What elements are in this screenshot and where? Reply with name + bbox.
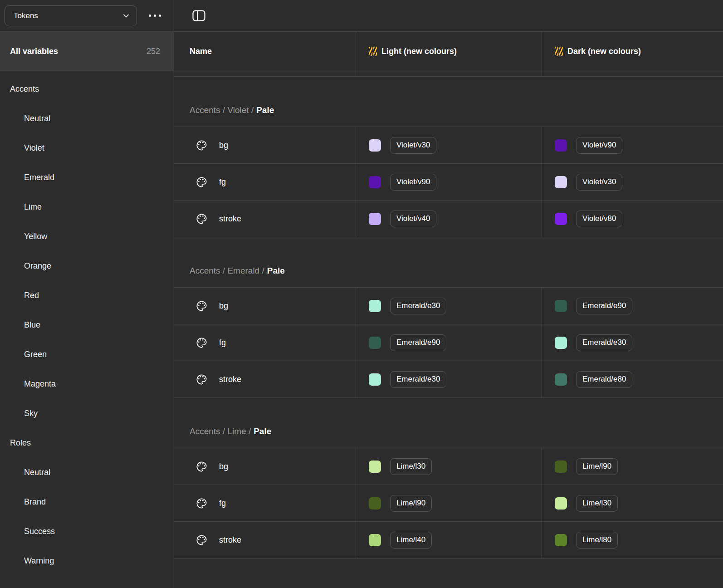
- color-swatch[interactable]: [369, 300, 381, 312]
- table-row[interactable]: stroke Violet/v40 Violet/v80: [174, 201, 723, 237]
- color-swatch[interactable]: [555, 461, 567, 473]
- table-row[interactable]: bg Violet/v30 Violet/v90: [174, 127, 723, 164]
- sidebar: Tokens All variables 252 Accents Neutral…: [0, 0, 174, 588]
- palette-icon: [195, 534, 208, 546]
- collection-dropdown[interactable]: Tokens: [5, 5, 137, 26]
- sidebar-item-sky[interactable]: Sky: [0, 399, 174, 428]
- token-chip[interactable]: Emerald/e30: [390, 298, 446, 314]
- color-swatch[interactable]: [369, 176, 381, 188]
- light-value-cell: Lime/l40: [356, 522, 542, 558]
- table-row[interactable]: bg Lime/l30 Lime/l90: [174, 448, 723, 485]
- color-swatch[interactable]: [369, 139, 381, 152]
- sidebar-item-lime[interactable]: Lime: [0, 192, 174, 222]
- sidebar-item-violet[interactable]: Violet: [0, 133, 174, 163]
- variable-name: bg: [219, 462, 228, 471]
- color-swatch[interactable]: [555, 534, 567, 546]
- column-header-dark-mode[interactable]: Dark (new colours): [542, 32, 723, 71]
- sidebar-item-yellow[interactable]: Yellow: [0, 222, 174, 251]
- token-chip[interactable]: Emerald/e90: [576, 298, 632, 314]
- token-chip[interactable]: Lime/l80: [576, 532, 618, 549]
- token-chip[interactable]: Violet/v90: [390, 174, 436, 191]
- palette-icon: [195, 300, 208, 312]
- color-swatch[interactable]: [369, 461, 381, 473]
- token-chip[interactable]: Emerald/e30: [390, 371, 446, 388]
- sidebar-item-red[interactable]: Red: [0, 281, 174, 310]
- token-chip[interactable]: Lime/l30: [390, 458, 432, 475]
- palette-icon: [195, 337, 208, 349]
- token-chip[interactable]: Lime/l30: [576, 495, 618, 512]
- variable-groups-nav: Accents Neutral Violet Emerald Lime Yell…: [0, 71, 174, 588]
- variable-name-cell[interactable]: stroke: [174, 201, 356, 237]
- token-chip[interactable]: Lime/l90: [576, 458, 618, 475]
- table-row[interactable]: fg Emerald/e90 Emerald/e30: [174, 324, 723, 361]
- color-swatch[interactable]: [555, 213, 567, 225]
- table-row[interactable]: fg Violet/v90 Violet/v30: [174, 164, 723, 201]
- sidebar-toggle-button[interactable]: [191, 8, 207, 23]
- color-swatch[interactable]: [555, 176, 567, 188]
- variable-name: stroke: [219, 214, 241, 224]
- column-header-name[interactable]: Name: [174, 32, 356, 71]
- sidebar-item-green[interactable]: Green: [0, 340, 174, 369]
- table-empty-space: [174, 559, 723, 588]
- variable-name-cell[interactable]: stroke: [174, 522, 356, 558]
- sidebar-item-emerald[interactable]: Emerald: [0, 163, 174, 192]
- sidebar-item-warning[interactable]: Warning: [0, 546, 174, 576]
- token-chip[interactable]: Violet/v30: [576, 174, 622, 191]
- color-swatch[interactable]: [555, 139, 567, 152]
- variable-name-cell[interactable]: bg: [174, 288, 356, 324]
- variable-name-cell[interactable]: bg: [174, 127, 356, 163]
- variable-name: fg: [219, 338, 226, 348]
- table-row[interactable]: fg Lime/l90 Lime/l30: [174, 485, 723, 522]
- table-row[interactable]: stroke Lime/l40 Lime/l80: [174, 522, 723, 559]
- sidebar-item-accents[interactable]: Accents: [0, 74, 174, 104]
- token-chip[interactable]: Lime/l90: [390, 495, 432, 512]
- sidebar-item-orange[interactable]: Orange: [0, 251, 174, 281]
- section-header-lime-pale: Accents / Lime / Pale: [174, 398, 723, 448]
- more-menu-button[interactable]: [147, 11, 163, 20]
- sidebar-item-accents-neutral[interactable]: Neutral: [0, 104, 174, 133]
- color-swatch[interactable]: [369, 534, 381, 546]
- token-chip[interactable]: Emerald/e30: [576, 334, 632, 351]
- token-chip[interactable]: Violet/v30: [390, 137, 436, 154]
- sidebar-item-roles-neutral[interactable]: Neutral: [0, 458, 174, 487]
- token-chip[interactable]: Emerald/e80: [576, 371, 632, 388]
- variable-name-cell[interactable]: fg: [174, 164, 356, 200]
- column-header-light-mode[interactable]: Light (new colours): [356, 32, 542, 71]
- table-toolbar: [174, 0, 723, 32]
- sidebar-item-blue[interactable]: Blue: [0, 310, 174, 340]
- token-chip[interactable]: Lime/l40: [390, 532, 432, 549]
- light-value-cell: Violet/v40: [356, 201, 542, 237]
- light-value-cell: Violet/v30: [356, 127, 542, 163]
- variable-name-cell[interactable]: bg: [174, 448, 356, 485]
- color-swatch[interactable]: [369, 497, 381, 510]
- chevron-down-icon: [123, 11, 129, 20]
- construction-icon: [369, 47, 377, 56]
- all-variables-item[interactable]: All variables 252: [0, 32, 174, 71]
- variable-name-cell[interactable]: fg: [174, 324, 356, 361]
- variable-name: bg: [219, 301, 228, 311]
- color-swatch[interactable]: [369, 337, 381, 349]
- table-row[interactable]: stroke Emerald/e30 Emerald/e80: [174, 361, 723, 398]
- token-chip[interactable]: Emerald/e90: [390, 334, 446, 351]
- variable-name: fg: [219, 177, 226, 187]
- sidebar-item-brand[interactable]: Brand: [0, 487, 174, 517]
- variable-name-cell[interactable]: stroke: [174, 361, 356, 397]
- color-swatch[interactable]: [555, 497, 567, 510]
- color-swatch[interactable]: [555, 300, 567, 312]
- color-swatch[interactable]: [555, 373, 567, 386]
- token-chip[interactable]: Violet/v90: [576, 137, 622, 154]
- color-swatch[interactable]: [369, 373, 381, 386]
- sidebar-item-roles[interactable]: Roles: [0, 428, 174, 458]
- light-value-cell: Emerald/e90: [356, 324, 542, 361]
- sidebar-item-magenta[interactable]: Magenta: [0, 369, 174, 399]
- token-chip[interactable]: Violet/v80: [576, 211, 622, 227]
- sidebar-item-success[interactable]: Success: [0, 517, 174, 546]
- color-swatch[interactable]: [369, 213, 381, 225]
- token-chip[interactable]: Violet/v40: [390, 211, 436, 227]
- panel-left-icon: [192, 10, 205, 21]
- table-row[interactable]: bg Emerald/e30 Emerald/e90: [174, 288, 723, 324]
- table-header-row: Name Light (new colours) Dark (new colou…: [174, 32, 723, 71]
- variable-name-cell[interactable]: fg: [174, 485, 356, 521]
- color-swatch[interactable]: [555, 337, 567, 349]
- dark-value-cell: Emerald/e30: [542, 324, 723, 361]
